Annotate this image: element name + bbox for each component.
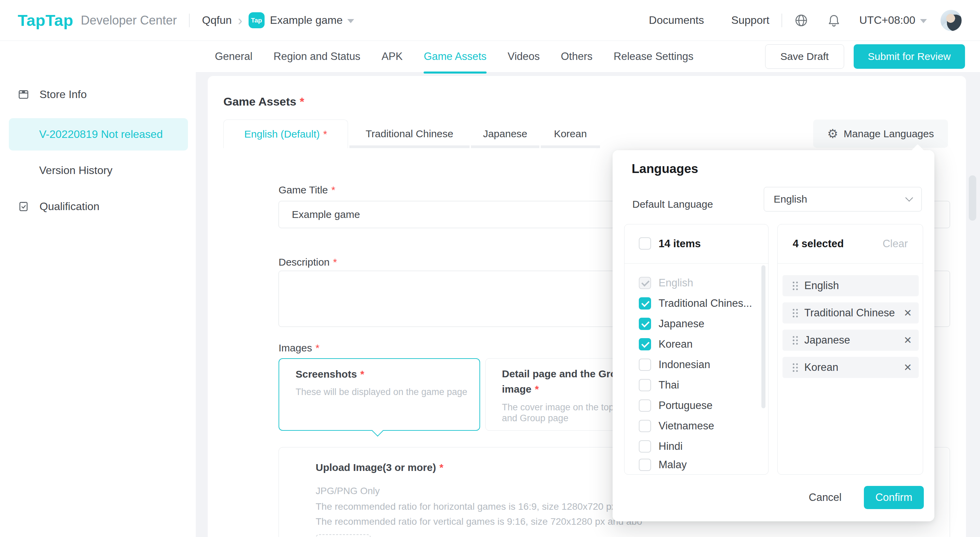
checkbox-unchecked[interactable] — [639, 440, 651, 453]
tab-videos[interactable]: Videos — [508, 41, 540, 72]
header-divider — [189, 14, 190, 27]
upload-dropzone[interactable] — [316, 534, 371, 537]
drag-handle-icon[interactable] — [793, 281, 794, 283]
language-globe-icon[interactable] — [794, 14, 808, 27]
checkbox-unchecked[interactable] — [639, 359, 651, 371]
screenshots-card[interactable]: Screenshots* These will be displayed on … — [278, 358, 480, 431]
sidebar-item-label: Qualification — [40, 200, 99, 213]
confirm-button[interactable]: Confirm — [864, 486, 924, 509]
nav-documents[interactable]: Documents — [649, 14, 704, 27]
breadcrumb-org[interactable]: Qqfun — [202, 14, 232, 27]
list-item-malay[interactable]: Malay — [625, 454, 764, 475]
page-title: Game Assets* — [223, 95, 304, 108]
tab-release-settings[interactable]: Release Settings — [614, 41, 693, 72]
clipboard-check-icon — [18, 200, 29, 212]
remove-icon[interactable]: ✕ — [904, 302, 912, 324]
sidebar-item-qualification[interactable]: Qualification — [18, 198, 99, 214]
tab-game-assets[interactable]: Game Assets — [423, 41, 486, 72]
sidebar-item-label: Store Info — [40, 88, 87, 101]
clear-button[interactable]: Clear — [883, 224, 908, 263]
tab-general[interactable]: General — [215, 41, 252, 72]
selected-item-japanese[interactable]: Japanese ✕ — [783, 330, 919, 351]
checkbox-checked[interactable] — [639, 318, 651, 330]
sidebar-item-store-info[interactable]: Store Info — [18, 86, 87, 103]
lang-tab-japanese[interactable]: Japanese — [471, 119, 539, 148]
select-all-checkbox[interactable] — [639, 237, 651, 249]
tab-region-and-status[interactable]: Region and Status — [274, 41, 360, 72]
drag-handle-icon[interactable] — [793, 336, 794, 338]
language-tab-strip: English (Default)* Traditional Chinese J… — [208, 119, 966, 148]
list-item-korean[interactable]: Korean — [625, 334, 764, 354]
timezone-caret-icon[interactable] — [920, 19, 927, 23]
checkbox-checked[interactable] — [639, 338, 651, 350]
list-item-thai[interactable]: Thai — [625, 375, 764, 396]
list-item-japanese[interactable]: Japanese — [625, 314, 764, 334]
list-item-portuguese[interactable]: Portuguese — [625, 396, 764, 416]
remove-icon[interactable]: ✕ — [904, 330, 912, 351]
list-item-traditional-chinese[interactable]: Traditional Chines... — [625, 293, 764, 314]
selected-item-korean[interactable]: Korean ✕ — [783, 357, 919, 378]
breadcrumb-chevron-icon: › — [238, 14, 242, 27]
taptap-logo: TapTap — [18, 11, 73, 30]
available-panel-header: 14 items — [625, 224, 768, 264]
top-header: TapTap Developer Center Qqfun › Tap Exam… — [0, 0, 980, 41]
list-item-english[interactable]: English — [625, 273, 764, 293]
gear-icon: ⚙ — [827, 128, 838, 140]
list-item-indonesian[interactable]: Indonesian — [625, 354, 764, 375]
checkbox-checked[interactable] — [639, 297, 651, 310]
images-label: Images* — [278, 342, 320, 354]
version-tabs-bar: General Region and Status APK Game Asset… — [196, 41, 980, 73]
list-item-hindi[interactable]: Hindi — [625, 436, 764, 457]
left-sidebar: Store Info V-20220819 Not released Versi… — [0, 41, 196, 537]
breadcrumb-game-selector[interactable]: Example game — [270, 14, 342, 27]
default-language-label: Default Language — [632, 199, 713, 210]
checkbox-unchecked[interactable] — [639, 420, 651, 432]
notification-bell-icon[interactable] — [827, 14, 841, 27]
tab-others[interactable]: Others — [561, 41, 592, 72]
nav-support[interactable]: Support — [731, 14, 769, 27]
drag-handle-icon[interactable] — [793, 363, 794, 365]
chevron-down-icon — [905, 194, 913, 202]
checkbox-checked-disabled — [639, 277, 651, 289]
cancel-button[interactable]: Cancel — [800, 486, 850, 509]
selected-languages-panel: 4 selected Clear English Traditional Chi… — [777, 224, 923, 475]
drag-handle-icon[interactable] — [793, 309, 794, 311]
lang-tab-korean[interactable]: Korean — [541, 119, 600, 148]
remove-icon[interactable]: ✕ — [904, 357, 912, 378]
required-marker: * — [300, 95, 304, 108]
timezone-selector[interactable]: UTC+08:00 — [859, 14, 915, 27]
page-scrollbar[interactable] — [969, 175, 976, 221]
upload-note-format: JPG/PNG Only — [316, 486, 380, 496]
user-avatar[interactable] — [940, 10, 962, 31]
available-languages-panel: 14 items English Traditional Chines... J… — [624, 224, 768, 475]
checkbox-unchecked[interactable] — [639, 379, 651, 391]
screenshots-desc: These will be displayed on the game page — [296, 387, 467, 397]
game-app-icon: Tap — [248, 12, 264, 28]
selected-panel-header: 4 selected Clear — [778, 224, 923, 264]
tab-apk[interactable]: APK — [381, 41, 402, 72]
sidebar-item-label: Version History — [39, 164, 112, 177]
list-scrollbar[interactable] — [761, 265, 765, 408]
available-count: 14 items — [659, 224, 701, 263]
submit-for-review-button[interactable]: Submit for Review — [854, 44, 965, 69]
sidebar-item-version-not-released[interactable]: V-20220819 Not released — [9, 118, 188, 151]
sidebar-item-version-history[interactable]: Version History — [39, 162, 112, 178]
save-draft-button[interactable]: Save Draft — [765, 44, 844, 69]
checkbox-unchecked[interactable] — [639, 399, 651, 412]
upload-note-horizontal: The recommended ratio for horizontal gam… — [316, 501, 643, 512]
list-item-vietnamese[interactable]: Vietnamese — [625, 416, 764, 436]
detail-card-desc-line2: and Group page — [502, 413, 568, 424]
description-label: Description* — [278, 256, 337, 268]
selected-count: 4 selected — [793, 224, 844, 263]
lang-tab-english-default[interactable]: English (Default)* — [223, 119, 348, 148]
default-language-select[interactable]: English — [764, 187, 922, 211]
manage-languages-button[interactable]: ⚙ Manage Languages — [813, 119, 948, 148]
dialog-title: Languages — [632, 162, 698, 176]
game-title-label: Game Title* — [278, 184, 336, 196]
lang-tab-traditional-chinese[interactable]: Traditional Chinese — [349, 119, 469, 148]
game-selector-caret-icon[interactable] — [347, 19, 354, 23]
selected-item-english[interactable]: English — [783, 275, 919, 296]
selected-item-traditional-chinese[interactable]: Traditional Chinese ✕ — [783, 302, 919, 324]
store-box-icon — [18, 89, 29, 100]
checkbox-unchecked[interactable] — [639, 459, 651, 471]
